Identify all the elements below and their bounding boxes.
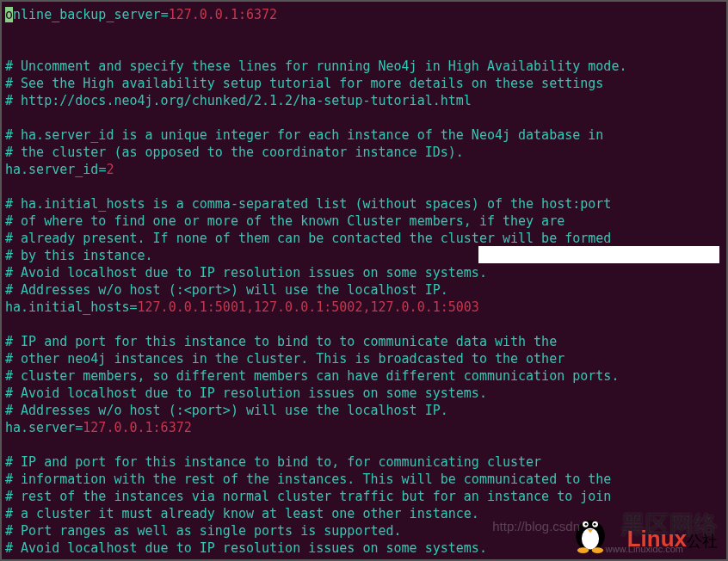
- config-line: [5, 179, 723, 196]
- comment-text: # See the High availability setup tutori…: [5, 76, 603, 91]
- comment-text: # Port ranges as well as single ports is…: [5, 523, 402, 539]
- config-line: # information with the rest of the insta…: [5, 472, 723, 489]
- config-line: # See the High availability setup tutori…: [5, 76, 723, 93]
- config-line: # Avoid localhost due to IP resolution i…: [5, 385, 723, 403]
- svg-point-7: [592, 547, 603, 553]
- config-line: ha.initial_hosts=127.0.0.1:5001,127.0.0.…: [5, 299, 723, 317]
- config-line: [5, 317, 723, 334]
- svg-point-5: [594, 523, 596, 526]
- config-line: [5, 41, 723, 59]
- config-line: # of where to find one or more of the kn…: [5, 213, 723, 231]
- comment-text: # cluster members, so different members …: [5, 368, 619, 384]
- terminal-editor[interactable]: online_backup_server=127.0.0.1:6372 # Un…: [2, 2, 726, 561]
- config-line: # cluster members, so different members …: [5, 368, 723, 385]
- config-line: [5, 437, 723, 454]
- cursor: o: [5, 7, 13, 22]
- config-key: ha.server_id: [5, 162, 98, 177]
- comment-text: # Avoid localhost due to IP resolution i…: [5, 540, 487, 556]
- config-line: ha.server=127.0.0.1:6372: [5, 420, 723, 437]
- config-line: # ha.server_id is a unique integer for e…: [5, 127, 723, 145]
- config-value: 127.0.0.1:6372: [83, 420, 191, 435]
- config-line: # ha.initial_hosts is a comma-separated …: [5, 196, 723, 213]
- config-value: 2: [106, 162, 114, 177]
- config-line: # Addresses w/o host (:<port>) will use …: [5, 282, 723, 299]
- config-line: # IP and port for this instance to bind …: [5, 334, 723, 351]
- config-line: # IP and port for this instance to bind …: [5, 454, 723, 472]
- config-line: online_backup_server=127.0.0.1:6372: [5, 7, 723, 24]
- config-value: 127.0.0.1:5001,127.0.0.1:5002,127.0.0.1:…: [138, 299, 479, 315]
- config-line: # Addresses w/o host (:<port>) will use …: [5, 558, 723, 561]
- config-line: # other neo4j instances in the cluster. …: [5, 351, 723, 368]
- comment-text: # the cluster (as opposed to the coordin…: [5, 145, 464, 160]
- config-line: # already present. If none of them can b…: [5, 231, 723, 248]
- comment-text: # Uncomment and specify these lines for …: [5, 59, 626, 74]
- config-line: # Avoid localhost due to IP resolution i…: [5, 265, 723, 282]
- config-line: # the cluster (as opposed to the coordin…: [5, 145, 723, 162]
- comment-text: # already present. If none of them can b…: [5, 231, 611, 246]
- comment-text: # http://docs.neo4j.org/chunked/2.1.2/ha…: [5, 93, 472, 108]
- comment-text: # by this instance.: [5, 248, 153, 263]
- equals-sign: =: [75, 420, 83, 435]
- comment-text: # IP and port for this instance to bind …: [5, 334, 557, 349]
- config-key: ha.initial_hosts: [5, 299, 130, 315]
- watermark-url: http://blog.csdn: [492, 518, 580, 535]
- comment-text: # Addresses w/o host (:<port>) will use …: [5, 403, 448, 418]
- config-line: # rest of the instances via normal clust…: [5, 489, 723, 506]
- comment-text: # rest of the instances via normal clust…: [5, 489, 611, 504]
- config-line: # http://docs.neo4j.org/chunked/2.1.2/ha…: [5, 93, 723, 110]
- comment-text: # information with the rest of the insta…: [5, 472, 611, 487]
- config-key: ha.server: [5, 420, 75, 435]
- comment-text: # ha.initial_hosts is a comma-separated …: [5, 196, 611, 212]
- config-line: [5, 24, 723, 41]
- comment-text: # Addresses w/o host (:<port>) will use …: [5, 558, 448, 561]
- comment-text: # IP and port for this instance to bind …: [5, 454, 541, 470]
- config-line: # a cluster it must already know at leas…: [5, 506, 723, 523]
- svg-point-6: [577, 547, 589, 553]
- config-line: ha.server_id=2: [5, 162, 723, 179]
- comment-text: # Avoid localhost due to IP resolution i…: [5, 385, 487, 401]
- watermark-brand-sub: 公社: [687, 533, 718, 550]
- config-line: [5, 110, 723, 127]
- comment-text: # Addresses w/o host (:<port>) will use …: [5, 282, 448, 298]
- config-key: nline_backup_server: [13, 7, 161, 22]
- comment-text: # of where to find one or more of the kn…: [5, 213, 565, 229]
- equals-sign: =: [161, 7, 169, 22]
- config-line: # Port ranges as well as single ports is…: [5, 523, 723, 540]
- comment-text: # ha.server_id is a unique integer for e…: [5, 127, 603, 143]
- comment-text: # a cluster it must already know at leas…: [5, 506, 479, 521]
- comment-text: # Avoid localhost due to IP resolution i…: [5, 265, 487, 280]
- watermark-brand-url: www.Linuxidc.com: [606, 543, 683, 556]
- comment-text: # other neo4j instances in the cluster. …: [5, 351, 565, 367]
- config-line: # Uncomment and specify these lines for …: [5, 59, 723, 76]
- redaction-box: [478, 246, 719, 263]
- config-line: # Addresses w/o host (:<port>) will use …: [5, 403, 723, 420]
- config-value: 127.0.0.1:6372: [169, 7, 277, 22]
- equals-sign: =: [130, 299, 138, 315]
- svg-point-4: [585, 523, 588, 526]
